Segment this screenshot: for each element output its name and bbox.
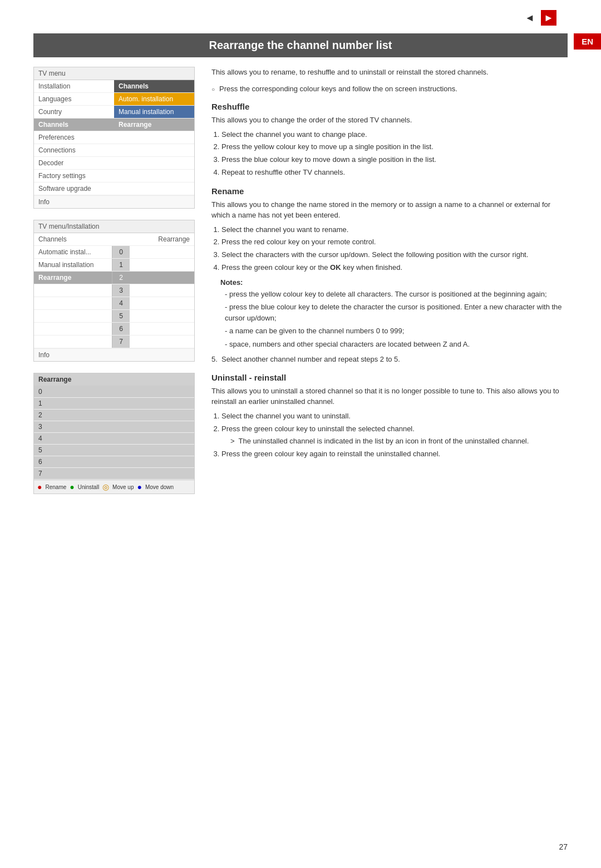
rearrange-num-7: 7 <box>34 468 194 479</box>
tv-menu-header: TV menu <box>34 67 194 80</box>
menu2-empty-6 <box>34 323 112 335</box>
menu2-footer: Info <box>34 348 194 361</box>
reshuffle-step-4: Repeat to reshuffle other TV channels. <box>221 167 568 179</box>
navigation-arrows: ◄ ► <box>522 10 556 26</box>
rename-step-2: Press the red colour key on your remote … <box>221 236 568 248</box>
rearrange-row-7[interactable]: 7 <box>34 468 194 480</box>
menu1-row-factory[interactable]: Factory settings <box>34 170 194 183</box>
menu1-connections-label: Connections <box>34 144 114 156</box>
left-column: TV menu Installation Channels Languages … <box>33 67 195 494</box>
menu1-software-label: Software upgrade <box>34 183 114 195</box>
rearrange-row-2[interactable]: 2 <box>34 410 194 421</box>
menu1-row-languages[interactable]: Languages Autom. installation <box>34 93 194 106</box>
rearrange-num-3: 3 <box>34 421 194 432</box>
note-1: - press the yellow colour key to delete … <box>220 289 568 300</box>
menu2-row-3: 3 <box>34 284 194 297</box>
menu2-num-3: 3 <box>112 284 130 297</box>
menu2-num-4: 4 <box>112 297 130 309</box>
rearrange-num-1: 1 <box>34 398 194 409</box>
menu1-row-preferences[interactable]: Preferences <box>34 131 194 144</box>
rearrange-row-0[interactable]: 0 <box>34 386 194 398</box>
intro-bullet: ○ Press the corresponding colour keys an… <box>211 83 568 95</box>
menu1-row-connections[interactable]: Connections <box>34 144 194 157</box>
rearrange-row-4[interactable]: 4 <box>34 433 194 445</box>
page-number: 27 <box>559 842 568 851</box>
menu1-footer: Info <box>34 195 194 208</box>
reshuffle-step-3: Press the blue colour key to move down a… <box>221 154 568 166</box>
tv-menu-box: TV menu Installation Channels Languages … <box>33 67 195 209</box>
menu2-empty-4 <box>34 297 112 309</box>
menu2-autoinst-num: 0 <box>112 246 130 258</box>
red-dot-icon: ● <box>37 482 42 491</box>
rearrange-num-4: 4 <box>34 433 194 444</box>
reshuffle-step-2: Press the yellow colour key to move up a… <box>221 141 568 153</box>
uninstall-step-3: Press the green colour key again to rein… <box>221 448 568 460</box>
rearrange-row-6[interactable]: 6 <box>34 456 194 468</box>
reshuffle-step-1: Select the channel you want to change pl… <box>221 129 568 141</box>
right-arrow-icon[interactable]: ► <box>541 10 556 26</box>
menu1-header-row: Installation Channels <box>34 80 194 93</box>
move-up-label: Move up <box>112 484 134 490</box>
menu2-manualinst-label: Manual installation <box>34 259 112 271</box>
note-3: - a name can be given to the channel num… <box>220 326 568 337</box>
menu2-col1-header: Channels <box>34 233 114 245</box>
rearrange-num-0: 0 <box>34 386 194 397</box>
page-title: Rearrange the channel number list <box>33 33 568 57</box>
menu1-languages-label: Languages <box>34 93 114 105</box>
menu2-empty-5 <box>34 310 112 322</box>
menu2-row-5: 5 <box>34 310 194 323</box>
rename-label: Rename <box>45 484 66 490</box>
menu2-row-manualinst[interactable]: Manual installation 1 <box>34 259 194 272</box>
rearrange-row-5[interactable]: 5 <box>34 445 194 456</box>
uninstall-steps: Select the channel you want to uninstall… <box>221 411 568 460</box>
menu2-rearrange-num: 2 <box>112 272 130 284</box>
reshuffle-steps: Select the channel you want to change pl… <box>221 129 568 179</box>
menu1-connections-val <box>114 144 194 156</box>
uninstall-step-1: Select the channel you want to uninstall… <box>221 411 568 422</box>
reshuffle-intro: This allows you to change the order of t… <box>211 115 568 126</box>
menu2-autoinst-label: Automatic instal... <box>34 246 112 258</box>
menu2-empty-3 <box>34 284 112 297</box>
menu2-header-row: Channels Rearrange <box>34 233 194 246</box>
menu2-manualinst-num: 1 <box>112 259 130 271</box>
note-4: - space, numbers and other special chara… <box>220 339 568 350</box>
yellow-dot-icon: ◎ <box>102 482 109 491</box>
notes-box: Notes: - press the yellow colour key to … <box>220 278 568 350</box>
language-badge: EN <box>574 33 601 50</box>
right-column: This allows you to rename, to reshuffle … <box>211 67 568 494</box>
menu1-row-decoder[interactable]: Decoder <box>34 157 194 170</box>
rearrange-num-2: 2 <box>34 410 194 421</box>
menu2-row-autoinst[interactable]: Automatic instal... 0 <box>34 246 194 259</box>
green-dot-icon: ● <box>70 482 74 491</box>
menu1-row-country[interactable]: Country Manual installation <box>34 106 194 119</box>
menu1-col2-header: Channels <box>114 80 194 92</box>
rename-step5: 5. Select another channel number and rep… <box>211 354 568 365</box>
menu1-row-channels[interactable]: Channels Rearrange <box>34 119 194 131</box>
menu1-factory-label: Factory settings <box>34 170 114 182</box>
notes-title: Notes: <box>220 278 568 287</box>
rearrange-row-1[interactable]: 1 <box>34 398 194 410</box>
left-arrow-icon[interactable]: ◄ <box>522 10 538 26</box>
tv-menu-installation-box: TV menu/Installation Channels Rearrange … <box>33 220 195 362</box>
menu2-rearrange-label: Rearrange <box>34 272 112 284</box>
menu1-channels-label: Channels <box>34 119 114 131</box>
rearrange-footer: ● Rename ● Uninstall ◎ Move up ● Move do… <box>34 480 194 494</box>
menu1-col1-header: Installation <box>34 80 114 92</box>
intro-bullet-text: Press the corresponding colour keys and … <box>219 83 457 95</box>
uninstall-label: Uninstall <box>78 484 99 490</box>
menu1-manual-install: Manual installation <box>114 106 194 118</box>
menu1-row-software[interactable]: Software upgrade <box>34 183 194 195</box>
rearrange-row-3[interactable]: 3 <box>34 421 194 433</box>
menu2-header: TV menu/Installation <box>34 220 194 233</box>
menu2-row-rearrange[interactable]: Rearrange 2 <box>34 272 194 284</box>
menu2-num-7: 7 <box>112 336 130 348</box>
menu2-empty-7 <box>34 336 112 348</box>
menu2-row-4: 4 <box>34 297 194 310</box>
menu1-country-label: Country <box>34 106 114 118</box>
rearrange-box-header: Rearrange <box>34 373 194 386</box>
rearrange-box: Rearrange 0 1 2 3 4 5 6 7 <box>33 373 195 494</box>
main-layout: TV menu Installation Channels Languages … <box>33 67 568 494</box>
rename-intro: This allows you to change the name store… <box>211 199 568 221</box>
bullet-circle-icon: ○ <box>211 85 215 95</box>
menu1-autom-install: Autom. installation <box>114 93 194 105</box>
